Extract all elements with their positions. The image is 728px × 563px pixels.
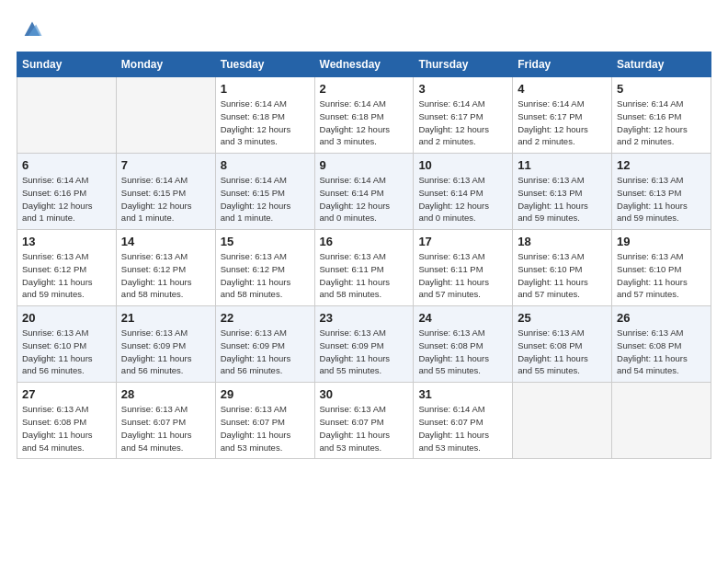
day-number: 19: [617, 235, 706, 248]
weekday-header-monday: Monday: [116, 52, 215, 77]
day-number: 10: [418, 158, 507, 172]
weekday-header-thursday: Thursday: [414, 52, 513, 77]
day-number: 25: [518, 311, 607, 325]
day-number: 21: [121, 311, 210, 325]
day-number: 28: [121, 387, 210, 401]
day-number: 12: [617, 158, 706, 172]
calendar-week-row: 13Sunrise: 6:13 AM Sunset: 6:12 PM Dayli…: [17, 230, 711, 306]
calendar-cell: 28Sunrise: 6:13 AM Sunset: 6:07 PM Dayli…: [116, 383, 215, 459]
day-info: Sunrise: 6:13 AM Sunset: 6:10 PM Dayligh…: [518, 250, 607, 301]
calendar-cell: 3Sunrise: 6:14 AM Sunset: 6:17 PM Daylig…: [414, 77, 513, 154]
day-number: 1: [221, 82, 310, 96]
day-number: 24: [418, 311, 507, 325]
day-info: Sunrise: 6:13 AM Sunset: 6:11 PM Dayligh…: [418, 250, 507, 301]
day-number: 20: [22, 311, 111, 325]
calendar-cell: [513, 383, 612, 459]
day-number: 7: [121, 158, 210, 172]
logo: [17, 17, 45, 42]
day-number: 22: [221, 311, 310, 325]
day-info: Sunrise: 6:14 AM Sunset: 6:07 PM Dayligh…: [418, 403, 507, 454]
calendar-cell: [17, 77, 117, 154]
day-number: 2: [320, 82, 409, 96]
calendar-cell: [612, 383, 711, 459]
day-number: 13: [22, 235, 111, 248]
day-number: 23: [320, 311, 409, 325]
day-info: Sunrise: 6:13 AM Sunset: 6:10 PM Dayligh…: [22, 327, 111, 377]
header: [17, 17, 711, 42]
day-number: 3: [418, 82, 507, 96]
calendar-cell: 20Sunrise: 6:13 AM Sunset: 6:10 PM Dayli…: [17, 306, 117, 383]
calendar-cell: 6Sunrise: 6:14 AM Sunset: 6:16 PM Daylig…: [17, 154, 117, 230]
weekday-header-saturday: Saturday: [612, 52, 711, 77]
day-info: Sunrise: 6:13 AM Sunset: 6:08 PM Dayligh…: [617, 327, 706, 377]
day-info: Sunrise: 6:14 AM Sunset: 6:16 PM Dayligh…: [617, 98, 706, 148]
calendar-cell: 8Sunrise: 6:14 AM Sunset: 6:15 PM Daylig…: [215, 154, 314, 230]
day-info: Sunrise: 6:13 AM Sunset: 6:09 PM Dayligh…: [221, 327, 310, 377]
day-number: 8: [221, 158, 310, 172]
calendar-cell: 13Sunrise: 6:13 AM Sunset: 6:12 PM Dayli…: [17, 230, 117, 306]
day-info: Sunrise: 6:14 AM Sunset: 6:17 PM Dayligh…: [418, 98, 507, 148]
day-number: 18: [518, 235, 607, 248]
weekday-header-tuesday: Tuesday: [215, 52, 314, 77]
day-info: Sunrise: 6:13 AM Sunset: 6:14 PM Dayligh…: [418, 174, 507, 224]
day-number: 14: [121, 235, 210, 248]
calendar-cell: 4Sunrise: 6:14 AM Sunset: 6:17 PM Daylig…: [513, 77, 612, 154]
calendar-cell: 2Sunrise: 6:14 AM Sunset: 6:18 PM Daylig…: [314, 77, 414, 154]
calendar-cell: 14Sunrise: 6:13 AM Sunset: 6:12 PM Dayli…: [116, 230, 215, 306]
calendar-table: SundayMondayTuesdayWednesdayThursdayFrid…: [17, 52, 711, 459]
day-info: Sunrise: 6:14 AM Sunset: 6:14 PM Dayligh…: [320, 174, 409, 224]
calendar-week-row: 6Sunrise: 6:14 AM Sunset: 6:16 PM Daylig…: [17, 154, 711, 230]
calendar-week-row: 27Sunrise: 6:13 AM Sunset: 6:08 PM Dayli…: [17, 383, 711, 459]
day-number: 29: [221, 387, 310, 401]
calendar-cell: 18Sunrise: 6:13 AM Sunset: 6:10 PM Dayli…: [513, 230, 612, 306]
day-number: 17: [418, 235, 507, 248]
calendar-cell: 31Sunrise: 6:14 AM Sunset: 6:07 PM Dayli…: [414, 383, 513, 459]
calendar-cell: 23Sunrise: 6:13 AM Sunset: 6:09 PM Dayli…: [314, 306, 414, 383]
calendar-cell: 19Sunrise: 6:13 AM Sunset: 6:10 PM Dayli…: [612, 230, 711, 306]
day-info: Sunrise: 6:13 AM Sunset: 6:09 PM Dayligh…: [121, 327, 210, 377]
calendar-cell: 30Sunrise: 6:13 AM Sunset: 6:07 PM Dayli…: [314, 383, 414, 459]
day-info: Sunrise: 6:14 AM Sunset: 6:15 PM Dayligh…: [221, 174, 310, 224]
calendar-cell: [116, 77, 215, 154]
calendar-cell: 11Sunrise: 6:13 AM Sunset: 6:13 PM Dayli…: [513, 154, 612, 230]
day-info: Sunrise: 6:13 AM Sunset: 6:13 PM Dayligh…: [617, 174, 706, 224]
weekday-header-wednesday: Wednesday: [314, 52, 414, 77]
day-info: Sunrise: 6:13 AM Sunset: 6:08 PM Dayligh…: [418, 327, 507, 377]
calendar-cell: 12Sunrise: 6:13 AM Sunset: 6:13 PM Dayli…: [612, 154, 711, 230]
calendar-week-row: 1Sunrise: 6:14 AM Sunset: 6:18 PM Daylig…: [17, 77, 711, 154]
day-info: Sunrise: 6:13 AM Sunset: 6:12 PM Dayligh…: [22, 250, 111, 301]
day-info: Sunrise: 6:13 AM Sunset: 6:08 PM Dayligh…: [22, 403, 111, 454]
calendar-cell: 17Sunrise: 6:13 AM Sunset: 6:11 PM Dayli…: [414, 230, 513, 306]
calendar-cell: 27Sunrise: 6:13 AM Sunset: 6:08 PM Dayli…: [17, 383, 117, 459]
calendar-cell: 21Sunrise: 6:13 AM Sunset: 6:09 PM Dayli…: [116, 306, 215, 383]
day-number: 16: [320, 235, 409, 248]
day-info: Sunrise: 6:13 AM Sunset: 6:10 PM Dayligh…: [617, 250, 706, 301]
day-number: 9: [320, 158, 409, 172]
day-info: Sunrise: 6:13 AM Sunset: 6:08 PM Dayligh…: [518, 327, 607, 377]
day-number: 5: [617, 82, 706, 96]
calendar-cell: 15Sunrise: 6:13 AM Sunset: 6:12 PM Dayli…: [215, 230, 314, 306]
day-number: 27: [22, 387, 111, 401]
day-info: Sunrise: 6:14 AM Sunset: 6:18 PM Dayligh…: [320, 98, 409, 148]
weekday-header-friday: Friday: [513, 52, 612, 77]
calendar-page: SundayMondayTuesdayWednesdayThursdayFrid…: [0, 0, 728, 563]
day-info: Sunrise: 6:13 AM Sunset: 6:07 PM Dayligh…: [320, 403, 409, 454]
calendar-cell: 25Sunrise: 6:13 AM Sunset: 6:08 PM Dayli…: [513, 306, 612, 383]
day-info: Sunrise: 6:13 AM Sunset: 6:09 PM Dayligh…: [320, 327, 409, 377]
day-info: Sunrise: 6:13 AM Sunset: 6:11 PM Dayligh…: [320, 250, 409, 301]
calendar-cell: 5Sunrise: 6:14 AM Sunset: 6:16 PM Daylig…: [612, 77, 711, 154]
weekday-header-sunday: Sunday: [17, 52, 117, 77]
calendar-cell: 24Sunrise: 6:13 AM Sunset: 6:08 PM Dayli…: [414, 306, 513, 383]
day-info: Sunrise: 6:13 AM Sunset: 6:07 PM Dayligh…: [121, 403, 210, 454]
calendar-cell: 9Sunrise: 6:14 AM Sunset: 6:14 PM Daylig…: [314, 154, 414, 230]
day-number: 31: [418, 387, 507, 401]
day-info: Sunrise: 6:14 AM Sunset: 6:16 PM Dayligh…: [22, 174, 111, 224]
day-info: Sunrise: 6:13 AM Sunset: 6:13 PM Dayligh…: [518, 174, 607, 224]
calendar-cell: 26Sunrise: 6:13 AM Sunset: 6:08 PM Dayli…: [612, 306, 711, 383]
logo-icon: [19, 17, 45, 42]
day-number: 6: [22, 158, 111, 172]
calendar-cell: 29Sunrise: 6:13 AM Sunset: 6:07 PM Dayli…: [215, 383, 314, 459]
day-number: 15: [221, 235, 310, 248]
day-info: Sunrise: 6:14 AM Sunset: 6:17 PM Dayligh…: [518, 98, 607, 148]
day-number: 11: [518, 158, 607, 172]
